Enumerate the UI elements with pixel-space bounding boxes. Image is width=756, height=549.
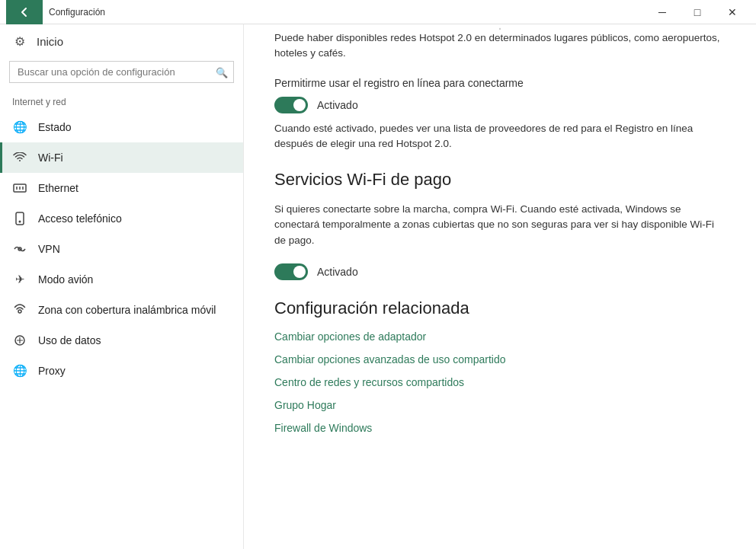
link-firewall[interactable]: Firewall de Windows [274, 422, 726, 434]
home-icon: ⚙ [12, 34, 27, 49]
right-panel: · Puede haber disponibles redes Hotspot … [244, 24, 756, 549]
paid-wifi-section: Si quieres conectarte sobre la marcha, c… [274, 202, 726, 280]
toggle1[interactable] [274, 97, 308, 113]
wifi-icon [12, 150, 27, 165]
toggle2-thumb [293, 266, 306, 278]
zona-icon [12, 302, 27, 318]
sidebar-item-proxy[interactable]: 🌐 Proxy [0, 356, 243, 386]
proxy-label: Proxy [38, 365, 66, 377]
svg-rect-4 [16, 212, 24, 225]
sidebar-item-estado[interactable]: 🌐 Estado [0, 112, 243, 142]
sidebar: ⚙ Inicio 🔍 Internet y red 🌐 Estado [0, 24, 244, 549]
close-button[interactable]: ✕ [715, 0, 750, 24]
sidebar-item-ethernet[interactable]: Ethernet [0, 173, 243, 203]
acceso-icon [12, 211, 27, 226]
link-grupo-hogar[interactable]: Grupo Hogar [274, 399, 726, 411]
link-network-center[interactable]: Centro de redes y recursos compartidos [274, 376, 726, 388]
app-window: Configuración ─ □ ✕ ⚙ Inicio 🔍 Internet … [0, 0, 756, 549]
maximize-button[interactable]: □ [680, 0, 715, 24]
home-label: Inicio [37, 35, 63, 48]
sidebar-item-acceso[interactable]: Acceso telefónico [0, 203, 243, 234]
online-registry-desc: Cuando esté activado, puedes ver una lis… [274, 121, 726, 152]
sidebar-item-avion[interactable]: ✈ Modo avión [0, 264, 243, 295]
estado-icon: 🌐 [12, 120, 27, 135]
paid-wifi-desc: Si quieres conectarte sobre la marcha, c… [274, 202, 726, 248]
toggle2-row: Activado [274, 263, 726, 280]
scroll-indicator: · [274, 24, 726, 30]
acceso-label: Acceso telefónico [38, 212, 122, 225]
wifi-label: Wi-Fi [38, 152, 63, 164]
section-label: Internet y red [0, 92, 243, 112]
window-controls: ─ □ ✕ [645, 0, 750, 24]
search-box: 🔍 [9, 61, 234, 83]
search-input[interactable] [9, 61, 234, 83]
sidebar-home[interactable]: ⚙ Inicio [0, 24, 243, 58]
main-content: ⚙ Inicio 🔍 Internet y red 🌐 Estado [0, 24, 756, 549]
related-title: Configuración relacionada [274, 298, 726, 318]
sidebar-item-wifi[interactable]: Wi-Fi [0, 142, 243, 173]
back-icon [18, 6, 30, 18]
toggle1-row: Activado [274, 97, 726, 113]
online-registry-section: Permitirme usar el registro en línea par… [274, 77, 726, 152]
search-icon: 🔍 [216, 66, 228, 78]
datos-icon [12, 333, 27, 348]
toggle1-thumb [293, 99, 306, 111]
vpn-icon [12, 241, 27, 257]
toggle2[interactable] [274, 263, 308, 280]
ethernet-label: Ethernet [38, 182, 78, 194]
minimize-button[interactable]: ─ [645, 0, 680, 24]
zona-label: Zona con cobertura inalámbrica móvil [38, 304, 216, 316]
link-adapter-options[interactable]: Cambiar opciones de adaptador [274, 330, 726, 343]
avion-label: Modo avión [38, 273, 93, 286]
proxy-icon: 🌐 [12, 363, 27, 378]
online-registry-label: Permitirme usar el registro en línea par… [274, 77, 726, 89]
svg-point-5 [19, 221, 21, 223]
title-bar: Configuración ─ □ ✕ [0, 0, 756, 24]
svg-point-7 [18, 310, 21, 313]
avion-icon: ✈ [12, 272, 27, 287]
link-sharing-options[interactable]: Cambiar opciones avanzadas de uso compar… [274, 353, 726, 365]
datos-label: Uso de datos [38, 334, 101, 346]
toggle2-state: Activado [317, 266, 358, 278]
paid-wifi-title: Servicios Wi-Fi de pago [274, 170, 726, 190]
sidebar-item-datos[interactable]: Uso de datos [0, 325, 243, 356]
toggle1-state: Activado [317, 99, 358, 111]
sidebar-item-vpn[interactable]: VPN [0, 234, 243, 264]
window-title: Configuración [43, 7, 645, 18]
vpn-label: VPN [38, 243, 60, 255]
back-button[interactable] [6, 0, 43, 24]
hotspot-description: Puede haber disponibles redes Hotspot 2.… [274, 30, 726, 62]
estado-label: Estado [38, 121, 72, 133]
ethernet-icon [12, 180, 27, 196]
sidebar-item-zona[interactable]: Zona con cobertura inalámbrica móvil [0, 295, 243, 325]
